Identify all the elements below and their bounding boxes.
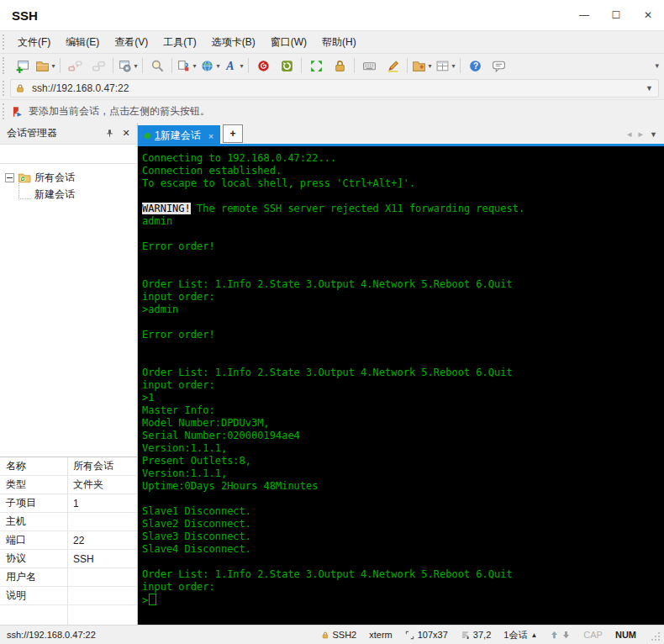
menu-item-5[interactable]: 窗口(W) [263, 31, 314, 53]
open-folder-icon [35, 59, 50, 73]
close-icon: ✕ [122, 128, 129, 139]
new-session-button[interactable] [10, 55, 34, 76]
scroll-up-icon[interactable] [550, 630, 559, 640]
scroll-down-icon[interactable] [561, 630, 571, 640]
terminal-line: Uptime:0Days 2Hours 48Minutes [142, 480, 664, 493]
menu-item-6[interactable]: 帮助(H) [314, 31, 364, 53]
terminal-line: Present Outlets:8, [142, 455, 664, 467]
open-folder-button[interactable]: ▾ [34, 55, 57, 76]
toolbar-overflow-caret-icon[interactable]: ▾ [655, 61, 659, 70]
reconnect-icon [92, 59, 106, 73]
tree-expander-icon[interactable] [5, 173, 14, 182]
terminal-line: Version:1.1.1, [142, 467, 664, 480]
terminal-line [142, 190, 664, 203]
terminal[interactable]: Connecting to 192.168.0.47:22...Connecti… [138, 146, 664, 625]
terminal-line: input order: [142, 291, 664, 304]
property-label: 用户名 [0, 570, 67, 584]
address-box[interactable]: ▼ [10, 79, 659, 98]
layout-button[interactable]: ▾ [434, 55, 457, 76]
terminal-line: input order: [142, 379, 664, 392]
session-search-box [0, 145, 137, 164]
refresh-button[interactable] [275, 55, 298, 76]
terminal-line: admin [142, 215, 664, 228]
tab-close-icon[interactable]: × [208, 131, 213, 141]
new-terminal-button[interactable]: ▾ [175, 55, 198, 76]
terminal-line: Order List: 1.Info 2.State 3.Output 4.Ne… [142, 568, 664, 581]
terminal-line: Slave3 Disconnect. [142, 531, 664, 543]
menu-item-2[interactable]: 查看(V) [107, 31, 155, 53]
menu-item-3[interactable]: 工具(T) [155, 31, 203, 53]
close-panel-button[interactable]: ✕ [120, 128, 132, 140]
lock-icon [321, 631, 329, 640]
font-icon: A [224, 59, 238, 73]
lock-icon [333, 59, 347, 73]
refresh-icon [280, 59, 294, 73]
dropdown-caret-icon[interactable]: ▾ [192, 62, 196, 70]
font-button[interactable]: A▾ [222, 55, 245, 76]
tab-list-caret-icon[interactable]: ▼ [650, 130, 657, 139]
close-button[interactable]: ✕ [632, 0, 664, 30]
feedback-button[interactable] [487, 55, 510, 76]
terminal-line: Model Number:DPDUv3M, [142, 417, 664, 430]
address-bar-grip [3, 81, 7, 96]
dropdown-caret-icon[interactable]: ▾ [428, 62, 431, 70]
scroll-left-icon[interactable]: ◂ [627, 129, 632, 140]
folder-sync-icon [18, 172, 31, 183]
reconnect-button[interactable] [87, 55, 110, 76]
dropdown-caret-icon[interactable]: ▾ [51, 62, 55, 70]
close-icon: ✕ [644, 9, 652, 21]
dropdown-caret-icon[interactable]: ▾ [240, 62, 243, 70]
pin-icon [105, 129, 114, 138]
property-row: 用户名 [0, 568, 137, 587]
fullscreen-button[interactable] [304, 55, 328, 76]
address-dropdown-caret-icon[interactable]: ▼ [646, 84, 653, 92]
address-input[interactable] [30, 82, 646, 95]
resize-grip-icon[interactable] [651, 631, 661, 641]
address-bar: ▼ [0, 77, 664, 99]
new-tab-button[interactable]: + [223, 124, 243, 143]
layout-icon [435, 59, 450, 73]
property-value: SSH [67, 553, 94, 565]
status-cursor-label: 37,2 [473, 630, 491, 640]
scroll-right-icon[interactable]: ▸ [639, 129, 644, 140]
virtual-keyboard-button[interactable] [357, 55, 381, 76]
status-session-count-label: 1会话 [503, 629, 527, 641]
find-button[interactable] [145, 55, 169, 76]
help-button[interactable]: ? [463, 55, 487, 76]
menu-item-1[interactable]: 编辑(E) [58, 31, 107, 53]
property-label: 端口 [0, 533, 67, 547]
maximize-button[interactable]: ☐ [600, 0, 632, 30]
tree-item-label: 新建会话 [34, 187, 75, 202]
minimize-button[interactable]: — [568, 0, 600, 30]
session-properties-button[interactable]: ▾ [116, 55, 140, 76]
dropdown-caret-icon[interactable]: ▾ [216, 62, 219, 70]
menu-item-0[interactable]: 文件(F) [10, 31, 58, 53]
lock-icon [15, 83, 25, 93]
lock-button[interactable] [328, 55, 351, 76]
xagent-button[interactable] [251, 55, 275, 76]
flag-icon[interactable] [12, 106, 24, 118]
status-items: SSH2 xterm 107x37 37,2 1会话 ▲ CAP NUM [321, 629, 661, 641]
terminal-line: Master Info: [142, 404, 664, 417]
session-search-input[interactable] [0, 145, 137, 163]
status-num-lock: NUM [615, 630, 636, 640]
session-status-dot [145, 133, 150, 139]
new-session-icon [15, 59, 29, 73]
new-file-button[interactable]: ▾ [410, 55, 434, 76]
menu-item-4[interactable]: 选项卡(B) [204, 31, 263, 53]
disconnect-button[interactable] [63, 55, 87, 76]
tree-item-session[interactable]: 新建会话 [18, 186, 137, 203]
dropdown-caret-icon[interactable]: ▾ [134, 62, 137, 70]
web-browser-button[interactable]: ▾ [198, 55, 222, 76]
highlight-pen-button[interactable] [381, 55, 404, 76]
session-manager-header: 会话管理器 ✕ [0, 123, 137, 145]
status-session-count[interactable]: 1会话 ▲ [503, 629, 537, 641]
property-label: 说明 [0, 589, 67, 603]
property-row: 端口22 [0, 531, 137, 550]
terminal-line: Slave2 Disconnect. [142, 518, 664, 531]
pin-panel-button[interactable] [103, 128, 115, 140]
dropdown-caret-icon[interactable]: ▾ [451, 62, 455, 70]
fullscreen-icon [309, 59, 324, 73]
session-properties-icon [118, 59, 132, 73]
tab-session-1[interactable]: 1新建会话 × [138, 125, 220, 146]
